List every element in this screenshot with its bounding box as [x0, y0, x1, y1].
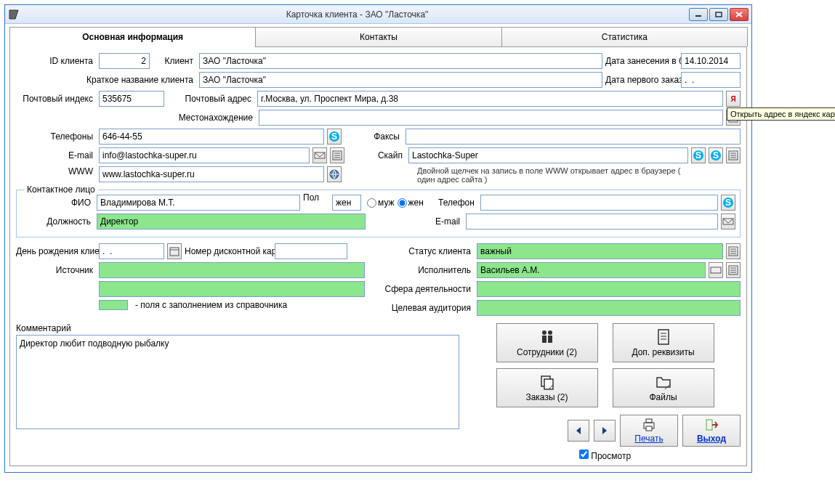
client-card-window: Карточка клиента - ЗАО "Ласточка" Основн… — [4, 4, 752, 473]
legend-box — [99, 300, 128, 310]
svg-rect-32 — [711, 267, 721, 273]
tab-contacts[interactable]: Контакты — [255, 27, 501, 46]
next-button[interactable] — [594, 420, 616, 442]
label-short-name: Краткое название клиента — [16, 75, 196, 85]
location-input[interactable] — [259, 110, 723, 126]
comment-textarea[interactable] — [16, 335, 459, 429]
preview-checkbox-label[interactable]: Просмотр — [579, 451, 631, 461]
contact-person-group: Контактное лицо ФИО Пол муж жен Телефон … — [16, 190, 741, 237]
svg-rect-41 — [658, 330, 669, 344]
skype-list-icon[interactable] — [726, 147, 741, 163]
radio-female-label[interactable]: жен — [398, 198, 424, 208]
minimize-button[interactable] — [689, 8, 708, 21]
browser-icon[interactable] — [327, 166, 342, 182]
discount-input[interactable] — [275, 243, 347, 259]
svg-rect-48 — [646, 419, 652, 423]
exit-button[interactable]: Выход — [682, 415, 741, 447]
label-skype: Скайп — [347, 150, 406, 160]
executor-pick-icon[interactable] — [709, 262, 723, 278]
label-comment: Комментарий — [16, 323, 459, 333]
label-position: Должность — [21, 216, 94, 227]
skype-icon-2[interactable]: S — [709, 147, 723, 163]
radio-male-label[interactable]: муж — [367, 198, 395, 208]
yandex-maps-button[interactable]: Я — [726, 91, 741, 107]
contact-email-icon[interactable] — [721, 214, 735, 229]
source2-input[interactable] — [99, 281, 365, 297]
faxes-input[interactable] — [406, 129, 741, 145]
email-input[interactable] — [99, 147, 310, 163]
birthday-input[interactable] — [99, 243, 164, 259]
maximize-button[interactable] — [709, 8, 728, 21]
svg-text:S: S — [725, 198, 731, 208]
close-button[interactable] — [730, 8, 749, 21]
window-title: Карточка клиента - ЗАО "Ласточка" — [25, 9, 689, 20]
tab-stats[interactable]: Статистика — [501, 27, 748, 46]
label-date-added: Дата занесения в базу — [605, 57, 678, 65]
legend-text: - поля с заполнением из справочника — [135, 300, 287, 310]
svg-rect-49 — [646, 426, 652, 431]
www-input[interactable] — [99, 166, 324, 182]
label-source: Источник — [16, 265, 96, 275]
position-input[interactable] — [97, 214, 366, 229]
label-sphere: Сфера деятельности — [372, 284, 474, 294]
gender-display[interactable] — [332, 195, 361, 211]
svg-rect-38 — [542, 336, 546, 343]
postcode-input[interactable] — [99, 91, 164, 107]
document-icon — [655, 328, 672, 346]
label-client: Клиент — [153, 56, 196, 66]
label-audience: Целевая аудитория — [372, 303, 474, 313]
date-added-input[interactable] — [681, 53, 741, 69]
status-list-icon[interactable] — [726, 243, 741, 259]
status-input[interactable] — [477, 243, 723, 259]
radio-male[interactable] — [367, 198, 376, 208]
requisites-button[interactable]: Доп. реквизиты — [613, 323, 714, 362]
contact-email-input[interactable] — [466, 214, 718, 229]
email-list-icon[interactable] — [330, 147, 344, 163]
executor-input[interactable] — [477, 262, 706, 278]
svg-point-39 — [548, 330, 552, 335]
svg-rect-1 — [716, 12, 722, 17]
email-action-icon[interactable] — [312, 147, 327, 163]
phones-input[interactable] — [99, 129, 324, 145]
label-location: Местонахождение — [16, 113, 256, 123]
client-input[interactable] — [199, 53, 602, 69]
short-name-input[interactable] — [199, 72, 602, 88]
print-button[interactable]: Печать — [620, 415, 678, 447]
employees-button[interactable]: Сотрудники (2) — [496, 323, 598, 362]
folder-icon — [655, 373, 672, 391]
source-input[interactable] — [99, 262, 365, 278]
contact-phone-input[interactable] — [480, 195, 718, 211]
audience-input[interactable] — [477, 300, 741, 316]
prev-button[interactable] — [568, 420, 589, 442]
skype-input[interactable] — [408, 147, 688, 163]
id-input[interactable] — [99, 53, 150, 69]
calendar-icon[interactable] — [167, 243, 182, 259]
printer-icon — [642, 418, 656, 432]
fio-input[interactable] — [97, 195, 300, 211]
label-email2: E-mail — [368, 216, 463, 227]
svg-rect-46 — [544, 379, 553, 389]
files-button[interactable]: Файлы — [613, 368, 714, 407]
svg-rect-26 — [170, 248, 179, 256]
preview-checkbox[interactable] — [579, 450, 589, 459]
people-icon — [538, 328, 556, 346]
orders-button[interactable]: Заказы (2) — [496, 368, 598, 407]
app-icon — [8, 9, 20, 20]
tab-main[interactable]: Основная информация — [9, 27, 256, 46]
skype-call-icon[interactable]: S — [327, 129, 342, 145]
titlebar: Карточка клиента - ЗАО "Ласточка" — [5, 5, 751, 24]
first-order-input[interactable] — [681, 72, 741, 88]
sphere-input[interactable] — [477, 281, 741, 297]
label-phone2: Телефон — [427, 198, 477, 208]
label-email: E-mail — [16, 150, 96, 160]
executor-list-icon[interactable] — [726, 262, 741, 278]
label-executor: Исполнитель — [372, 265, 474, 275]
radio-female[interactable] — [398, 198, 407, 208]
contact-skype-icon[interactable]: S — [721, 195, 735, 211]
svg-text:S: S — [331, 131, 337, 142]
post-addr-input[interactable] — [257, 91, 723, 107]
skype-icon-1[interactable]: S — [691, 147, 706, 163]
www-hint: Двойной щелчек на запись в поле WWW откр… — [417, 166, 693, 184]
label-phones: Телефоны — [16, 131, 96, 142]
tab-panel-main: ID клиента Клиент Дата занесения в базу … — [9, 47, 747, 466]
